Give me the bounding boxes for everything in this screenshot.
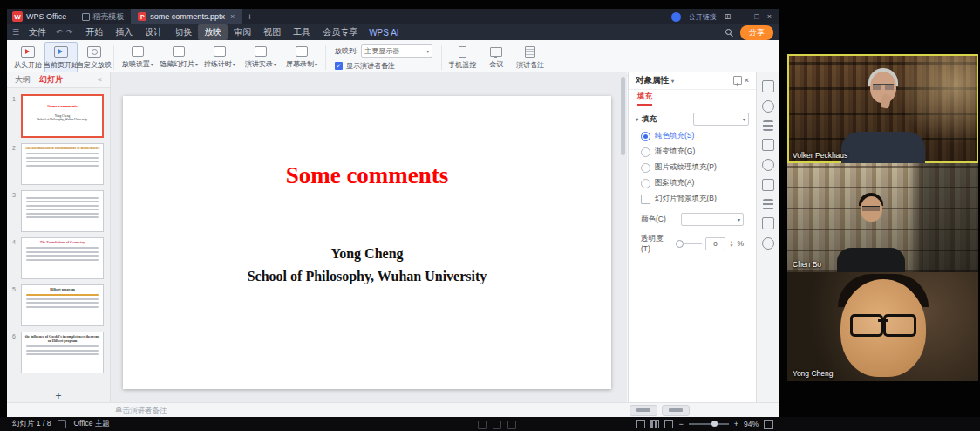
layout-grid-icon[interactable]: ⊞ (725, 13, 732, 21)
tab-outline[interactable]: 大纲 (15, 74, 31, 86)
maximize-button[interactable]: □ (754, 13, 759, 21)
play-from-current-button[interactable]: 当前页开始 (44, 42, 78, 73)
stepper-icons[interactable]: ▲ ▼ (729, 240, 733, 247)
slide-thumbnail-6[interactable]: the influence of Goedel's incompleteness… (21, 332, 104, 373)
slide-sorter-view-icon[interactable] (650, 420, 659, 428)
close-tab-icon[interactable]: × (230, 12, 235, 21)
rail-icon-outline[interactable] (763, 120, 773, 131)
color-select[interactable]: ▾ (681, 213, 744, 226)
rehearse-timing-button[interactable]: 排练计时▾ (200, 42, 240, 73)
taskbar-icon[interactable] (507, 421, 516, 429)
zoom-in-icon[interactable]: + (734, 420, 738, 428)
slide-canvas[interactable]: Some comments Yong Cheng School of Philo… (123, 96, 611, 389)
redo-icon[interactable]: ↷ (66, 28, 73, 37)
reading-view-icon[interactable] (664, 420, 673, 428)
wps-ai-button[interactable]: WPS AI (369, 28, 398, 38)
user-avatar[interactable] (671, 12, 681, 22)
close-panel-icon[interactable]: × (745, 76, 749, 85)
lecture-record-button[interactable]: 演讲实录▾ (241, 42, 281, 73)
fit-slide-icon[interactable] (764, 420, 773, 429)
object-properties-panel: 对象属性 ▾ × 填充 ▾ 填充 ▾ 纯色填充(S) (628, 72, 756, 403)
notes-toggle-button[interactable] (630, 405, 657, 416)
normal-view-icon[interactable] (636, 420, 645, 428)
menu-slideshow[interactable]: 放映 (198, 24, 228, 40)
section-collapse-icon[interactable]: ▾ (636, 116, 638, 122)
slide-thumbnail-1[interactable]: Some comments Yong Cheng School of Philo… (21, 94, 104, 138)
slide-thumbnail-3[interactable] (21, 190, 104, 232)
menu-insert[interactable]: 插入 (109, 24, 139, 40)
zoom-knob[interactable] (711, 421, 718, 427)
zoom-slider[interactable] (689, 423, 729, 425)
play-from-start-button[interactable]: 从头开始 (12, 42, 44, 73)
speaker-notes-hint[interactable]: 单击演讲者备注 (115, 406, 167, 416)
video-tile-volker-peckhaus[interactable]: Volker Peckhaus (787, 54, 978, 163)
fill-option-gradient[interactable]: 渐变填充(G) (629, 144, 756, 160)
speaker-notes-checkbox[interactable]: ✓ (335, 62, 343, 70)
menu-file[interactable]: 文件 (23, 24, 52, 40)
rail-icon-bookmark[interactable] (762, 217, 774, 229)
hamburger-menu-icon[interactable]: ☰ (12, 28, 19, 37)
collapse-panel-icon[interactable]: « (98, 75, 102, 84)
taskbar-icon[interactable] (493, 421, 501, 429)
ribbon-separator (113, 45, 114, 70)
tab-slides[interactable]: 幻灯片 (39, 74, 63, 86)
wps-presentation-window: W WPS Office 稻壳模板 P some comments.pptx ×… (7, 9, 779, 417)
rail-icon-selection-pane[interactable] (762, 179, 774, 191)
search-icon[interactable] (725, 29, 733, 37)
vertical-scrollbar[interactable] (621, 77, 625, 155)
share-button[interactable]: 分享 (740, 25, 773, 40)
speaker-notes-button[interactable]: 演讲备注 (514, 42, 547, 73)
minimize-button[interactable]: — (738, 13, 746, 21)
fill-option-picture[interactable]: 图片或纹理填充(P) (629, 160, 756, 175)
slider-knob[interactable] (676, 240, 684, 248)
fill-option-background[interactable]: 幻灯片背景填充(B) (629, 191, 756, 207)
show-settings-button[interactable]: 放映设置▾ (118, 42, 158, 73)
home-tab[interactable]: 稻壳模板 (75, 9, 131, 24)
undo-icon[interactable]: ↶ (56, 28, 63, 37)
menu-tools[interactable]: 工具 (287, 24, 316, 40)
zoom-percent[interactable]: 94% (744, 420, 759, 428)
slide-thumbnail-2[interactable]: The axiomatization of foundations of mat… (21, 143, 104, 185)
menu-transition[interactable]: 切换 (168, 24, 198, 40)
rail-icon-properties[interactable] (762, 80, 774, 92)
new-slide-button[interactable]: + (7, 390, 110, 402)
fill-option-solid[interactable]: 纯色填充(S) (629, 128, 756, 144)
zoom-out-icon[interactable]: − (678, 420, 683, 428)
lecture-record-icon (255, 46, 267, 57)
document-tab[interactable]: P some comments.pptx × (131, 9, 242, 24)
phone-remote-button[interactable]: 手机遥控 (446, 42, 479, 73)
hide-slide-button[interactable]: 隐藏幻灯片▾ (159, 42, 199, 73)
tab-fill[interactable]: 填充 (637, 90, 652, 106)
menu-view[interactable]: 视图 (257, 24, 287, 40)
taskbar-icon[interactable] (478, 421, 487, 429)
chevron-down-icon[interactable]: ▾ (671, 78, 674, 84)
rail-icon-find-replace[interactable] (763, 199, 773, 209)
slide-number: 6 (7, 332, 21, 373)
meeting-button[interactable]: 会议 (480, 42, 513, 73)
screen-record-button[interactable]: 屏幕录制▾ (282, 42, 322, 73)
slide-thumbnail-4[interactable]: The Foundations of Geometry (21, 237, 104, 279)
custom-show-button[interactable]: 自定义放映 (78, 42, 110, 73)
rail-icon-clipboard[interactable] (762, 237, 774, 250)
pin-icon[interactable] (733, 76, 742, 85)
display-target-select[interactable]: 主要显示器 ▾ (361, 44, 432, 58)
video-tile-yong-cheng[interactable]: Yong Cheng (787, 272, 978, 381)
close-button[interactable]: × (767, 13, 772, 21)
menu-design[interactable]: 设计 (139, 24, 168, 40)
rail-icon-help[interactable] (762, 100, 774, 113)
radio-icon (641, 163, 650, 173)
menu-membership[interactable]: 会员专享 (316, 24, 364, 40)
rail-icon-color-scheme[interactable] (762, 159, 774, 171)
video-tile-chen-bo[interactable]: Chen Bo (787, 163, 978, 272)
comments-toggle-button[interactable] (662, 405, 690, 416)
menu-review[interactable]: 审阅 (228, 24, 257, 40)
fill-preset-select[interactable]: ▾ (693, 113, 749, 126)
rail-icon-animation[interactable] (762, 139, 774, 151)
transparency-slider[interactable] (676, 243, 702, 244)
menu-home[interactable]: 开始 (79, 24, 109, 40)
transparency-value[interactable]: 0 (705, 237, 726, 250)
share-status[interactable]: 公开链接 (689, 12, 717, 22)
new-tab-button[interactable]: + (247, 11, 252, 22)
slide-thumbnail-5[interactable]: Hilbert program (21, 284, 104, 326)
fill-option-pattern[interactable]: 图案填充(A) (629, 175, 756, 191)
